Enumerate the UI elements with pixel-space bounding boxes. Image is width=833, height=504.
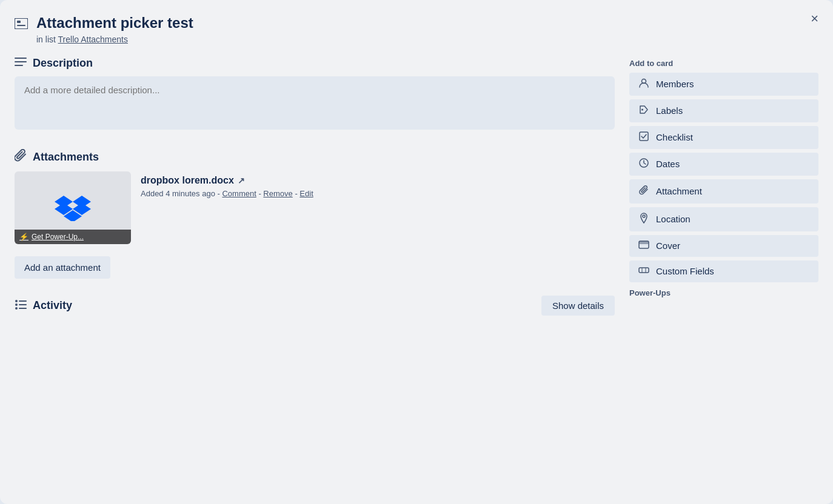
svg-rect-1 (17, 21, 21, 23)
close-button[interactable]: × (808, 10, 821, 28)
list-link[interactable]: Trello Attachments (58, 35, 128, 44)
svg-rect-23 (639, 241, 649, 244)
svg-rect-3 (15, 58, 27, 59)
members-button[interactable]: Members (629, 73, 818, 96)
modal-body: Description Attachments (15, 56, 818, 504)
activity-title: Activity (33, 299, 72, 312)
dates-button[interactable]: Dates (629, 153, 818, 176)
attachment-item: ⚡ Get Power-Up... dropbox lorem.docx ↗ A… (15, 171, 615, 244)
labels-label: Labels (656, 105, 683, 116)
card-subtitle: in list Trello Attachments (36, 35, 193, 44)
location-button[interactable]: Location (629, 207, 818, 231)
attachment-sidebar-icon (638, 185, 650, 198)
show-details-button[interactable]: Show details (541, 296, 615, 316)
comment-link[interactable]: Comment (222, 189, 256, 198)
attachments-title: Attachments (33, 151, 99, 164)
attachment-label: Attachment (656, 186, 702, 196)
activity-icon (15, 299, 27, 313)
sidebar: Add to card Members Labels (629, 56, 818, 504)
svg-rect-26 (645, 268, 646, 273)
labels-icon (638, 105, 650, 117)
modal-header: Attachment picker test in list Trello At… (15, 15, 818, 44)
svg-rect-12 (19, 300, 27, 302)
checklist-button[interactable]: Checklist (629, 126, 818, 149)
checklist-label: Checklist (656, 132, 693, 142)
checklist-icon (638, 131, 650, 144)
card-modal: Attachment picker test in list Trello At… (0, 0, 833, 504)
attachment-details: dropbox lorem.docx ↗ Added 4 minutes ago… (141, 171, 615, 198)
svg-rect-16 (19, 308, 27, 309)
svg-rect-25 (641, 268, 643, 273)
add-attachment-button[interactable]: Add an attachment (15, 256, 110, 279)
attachment-meta: Added 4 minutes ago - Comment - Remove -… (141, 189, 615, 198)
svg-point-13 (15, 303, 18, 306)
svg-rect-4 (15, 61, 27, 62)
title-block: Attachment picker test in list Trello At… (36, 15, 193, 44)
svg-rect-2 (17, 25, 25, 26)
cover-icon (638, 240, 650, 251)
power-ups-label: Power-Ups (629, 288, 818, 297)
description-input[interactable] (15, 76, 615, 130)
attachment-external-link-icon[interactable]: ↗ (238, 176, 245, 185)
description-title: Description (33, 57, 93, 70)
description-header: Description (15, 56, 615, 70)
activity-left: Activity (15, 299, 72, 313)
edit-link[interactable]: Edit (299, 189, 313, 198)
description-icon (15, 56, 27, 70)
card-title[interactable]: Attachment picker test (36, 15, 193, 32)
dates-icon (638, 158, 650, 170)
svg-rect-5 (15, 65, 23, 66)
dates-label: Dates (656, 159, 680, 169)
custom-fields-label: Custom Fields (656, 266, 714, 276)
attachment-thumbnail: ⚡ Get Power-Up... (15, 171, 131, 244)
power-up-icon: ⚡ (19, 233, 28, 241)
custom-fields-button[interactable]: Custom Fields (629, 260, 818, 282)
attachments-section: Attachments ⚡ (15, 149, 615, 279)
activity-section: Activity Show details (15, 296, 615, 316)
members-icon (638, 78, 650, 90)
activity-header-row: Activity Show details (15, 296, 615, 316)
description-section: Description (15, 56, 615, 132)
svg-point-15 (15, 307, 18, 310)
attachments-header: Attachments (15, 149, 615, 165)
get-power-up-button[interactable]: ⚡ Get Power-Up... (15, 230, 131, 244)
svg-point-18 (641, 108, 643, 110)
remove-link[interactable]: Remove (263, 189, 292, 198)
svg-rect-19 (640, 132, 648, 141)
svg-rect-14 (19, 304, 27, 305)
svg-rect-0 (15, 18, 28, 29)
location-label: Location (656, 214, 691, 224)
custom-fields-icon (638, 266, 650, 277)
main-content: Description Attachments (15, 56, 615, 504)
card-icon (15, 17, 28, 33)
cover-button[interactable]: Cover (629, 235, 818, 257)
attachment-button[interactable]: Attachment (629, 179, 818, 204)
location-icon (638, 213, 650, 226)
attachment-name: dropbox lorem.docx ↗ (141, 175, 615, 186)
cover-label: Cover (656, 240, 680, 251)
get-power-up-label: Get Power-Up... (32, 233, 84, 241)
svg-point-11 (15, 300, 18, 302)
add-to-card-label: Add to card (629, 59, 818, 68)
members-label: Members (656, 79, 694, 89)
labels-button[interactable]: Labels (629, 99, 818, 122)
svg-rect-24 (639, 268, 649, 273)
paperclip-icon (15, 149, 27, 165)
svg-point-21 (643, 215, 645, 217)
